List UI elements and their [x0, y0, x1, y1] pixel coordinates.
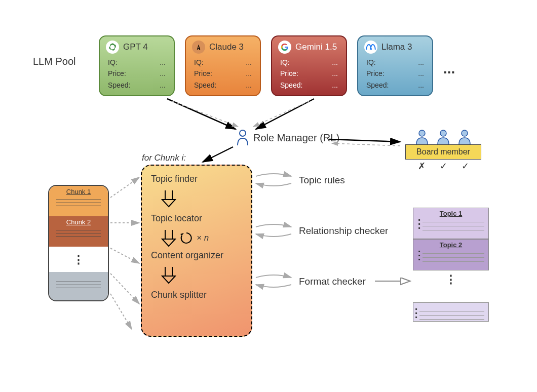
- loop-count: × n: [197, 233, 209, 243]
- prop-label: Speed:: [366, 80, 389, 91]
- prop-value: ...: [418, 80, 424, 91]
- llm-name: GPT 4: [123, 42, 148, 52]
- prop-value: ...: [160, 80, 166, 91]
- svg-point-2: [440, 130, 446, 136]
- svg-point-1: [419, 130, 425, 136]
- prop-label: Speed:: [194, 80, 216, 91]
- topic-label: Topic 2: [417, 241, 484, 249]
- llm-pool-label: LLM Pool: [33, 56, 76, 67]
- step-topic-finder: Topic finder: [151, 174, 242, 184]
- prop-value: ...: [418, 57, 424, 68]
- llm-name: Gemini 1.5: [295, 42, 337, 52]
- person-icon: [457, 129, 472, 144]
- board-label: Board member: [416, 147, 470, 156]
- llm-card-llama3: Llama 3 IQ:... Price:... Speed:...: [357, 35, 433, 96]
- prop-label: Price:: [280, 68, 298, 79]
- topic-1-block: Topic 1: [413, 208, 489, 239]
- person-icon: [436, 129, 450, 144]
- llm-name: Llama 3: [381, 42, 412, 52]
- chunk-loop-label: for Chunk i:: [142, 153, 186, 163]
- role-manager-label: Role Manager (RL): [253, 132, 339, 144]
- prop-value: ...: [332, 57, 338, 68]
- checker-format: Format checker: [299, 276, 366, 287]
- svg-point-0: [240, 130, 246, 136]
- process-box: Topic finder Topic locator × n Content o…: [141, 165, 252, 337]
- checker-topic-rules: Topic rules: [299, 175, 345, 186]
- prop-value: ...: [246, 68, 252, 79]
- prop-label: Price:: [194, 68, 212, 79]
- topic-output: Topic 1 Topic 2 ⋮: [413, 208, 489, 322]
- prop-value: ...: [160, 68, 166, 79]
- topic-n-block: [413, 302, 489, 322]
- llm-card-gpt4: GPT 4 IQ:... Price:... Speed:...: [99, 35, 175, 96]
- prop-value: ...: [160, 57, 166, 68]
- chunk-label: Chunk 1: [53, 188, 104, 195]
- prop-value: ...: [246, 57, 252, 68]
- prop-label: IQ:: [194, 57, 204, 68]
- prop-label: Speed:: [108, 80, 130, 91]
- down-arrow-icon: [161, 189, 176, 208]
- chunk-2: Chunk 2: [49, 216, 108, 247]
- board-votes: ✗ ✓ ✓: [405, 161, 481, 172]
- google-icon: [278, 41, 291, 54]
- prop-value: ...: [246, 80, 252, 91]
- prop-label: Price:: [366, 68, 385, 79]
- llm-card-claude3: Claude 3 IQ:... Price:... Speed:...: [185, 35, 261, 96]
- prop-value: ...: [332, 80, 338, 91]
- prop-value: ...: [418, 68, 424, 79]
- prop-label: Speed:: [280, 80, 302, 91]
- llm-name: Claude 3: [209, 42, 244, 52]
- prop-label: Price:: [108, 68, 126, 79]
- anthropic-icon: [192, 41, 205, 54]
- chunk-n: [49, 272, 108, 301]
- vote-mark: ✗: [418, 161, 426, 172]
- topic-ellipsis: ⋮: [413, 277, 489, 282]
- role-manager: Role Manager (RL): [236, 129, 339, 146]
- svg-point-3: [462, 130, 468, 136]
- chunk-input-box: Chunk 1 Chunk 2 ⋮: [48, 185, 109, 301]
- board-people-icons: [405, 129, 481, 144]
- prop-label: IQ:: [108, 57, 118, 68]
- down-arrow-icon: [161, 229, 176, 247]
- prop-label: IQ:: [366, 57, 376, 68]
- step-content-organizer: Content organizer: [151, 250, 242, 261]
- prop-label: IQ:: [280, 57, 290, 68]
- chunk-1: Chunk 1: [49, 186, 108, 216]
- topic-label: Topic 1: [417, 210, 484, 217]
- chunk-label: Chunk 2: [53, 218, 104, 226]
- person-icon: [415, 129, 429, 144]
- llm-card-gemini: Gemini 1.5 IQ:... Price:... Speed:...: [271, 35, 347, 96]
- topic-2-block: Topic 2: [413, 239, 489, 270]
- down-arrow-icon: [161, 266, 176, 284]
- chunk-ellipsis: ⋮: [49, 247, 108, 272]
- loop-circle-icon: [179, 231, 194, 245]
- meta-icon: [364, 41, 377, 54]
- step-chunk-splitter: Chunk splitter: [151, 290, 242, 300]
- vote-mark: ✓: [462, 161, 469, 172]
- step-topic-locator: Topic locator: [151, 213, 242, 224]
- board-label-box: Board member: [405, 144, 481, 160]
- pool-ellipsis: ...: [443, 61, 455, 77]
- person-icon: [236, 129, 249, 146]
- prop-value: ...: [332, 68, 338, 79]
- checker-relationship: Relationship checker: [299, 225, 388, 237]
- vote-mark: ✓: [440, 161, 447, 172]
- board-member-group: Board member ✗ ✓ ✓: [405, 129, 481, 172]
- openai-icon: [106, 41, 119, 54]
